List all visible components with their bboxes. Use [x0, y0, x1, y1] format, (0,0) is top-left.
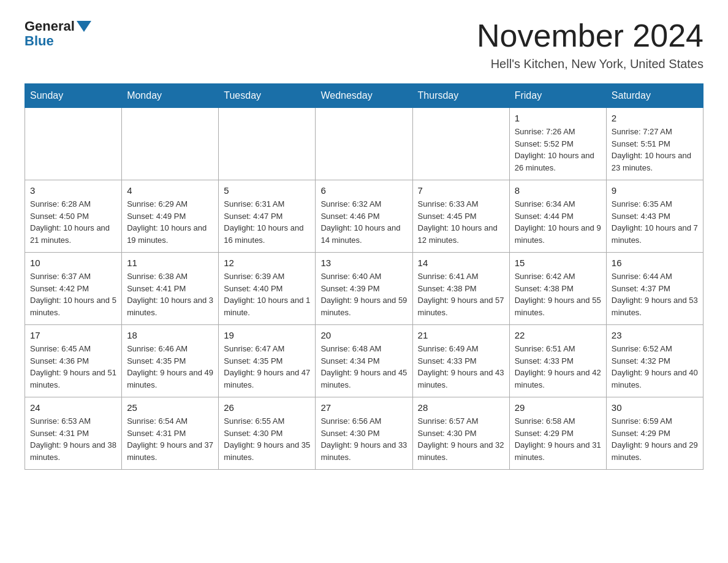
day-info: Sunrise: 6:37 AM Sunset: 4:42 PM Dayligh…: [30, 270, 116, 318]
day-info: Sunrise: 6:42 AM Sunset: 4:38 PM Dayligh…: [515, 270, 601, 318]
day-number: 3: [30, 185, 116, 196]
calendar-cell: 9Sunrise: 6:35 AM Sunset: 4:43 PM Daylig…: [606, 180, 703, 253]
calendar-week-row: 1Sunrise: 7:26 AM Sunset: 5:52 PM Daylig…: [25, 108, 703, 180]
calendar-cell: 22Sunrise: 6:51 AM Sunset: 4:33 PM Dayli…: [509, 325, 606, 397]
day-info: Sunrise: 6:31 AM Sunset: 4:47 PM Dayligh…: [224, 198, 310, 246]
calendar-cell: 7Sunrise: 6:33 AM Sunset: 4:45 PM Daylig…: [412, 180, 509, 253]
day-info: Sunrise: 6:48 AM Sunset: 4:34 PM Dayligh…: [320, 343, 407, 391]
day-info: Sunrise: 6:51 AM Sunset: 4:33 PM Dayligh…: [515, 343, 601, 391]
calendar-week-row: 17Sunrise: 6:45 AM Sunset: 4:36 PM Dayli…: [25, 325, 703, 397]
weekday-header-monday: Monday: [122, 84, 219, 108]
day-info: Sunrise: 6:33 AM Sunset: 4:45 PM Dayligh…: [418, 198, 504, 246]
day-number: 24: [30, 402, 116, 413]
day-number: 13: [320, 258, 407, 268]
day-number: 18: [127, 330, 213, 340]
day-number: 25: [127, 402, 213, 413]
calendar-cell: [122, 108, 219, 180]
calendar-cell: 2Sunrise: 7:27 AM Sunset: 5:51 PM Daylig…: [606, 108, 703, 180]
day-number: 11: [127, 258, 213, 268]
day-info: Sunrise: 6:39 AM Sunset: 4:40 PM Dayligh…: [224, 270, 310, 318]
calendar-cell: 12Sunrise: 6:39 AM Sunset: 4:40 PM Dayli…: [219, 253, 316, 325]
weekday-header-sunday: Sunday: [25, 84, 122, 108]
calendar-week-row: 10Sunrise: 6:37 AM Sunset: 4:42 PM Dayli…: [25, 253, 703, 325]
day-info: Sunrise: 6:40 AM Sunset: 4:39 PM Dayligh…: [320, 270, 407, 318]
day-info: Sunrise: 6:34 AM Sunset: 4:44 PM Dayligh…: [515, 198, 601, 246]
calendar-cell: 30Sunrise: 6:59 AM Sunset: 4:29 PM Dayli…: [606, 397, 703, 470]
day-number: 2: [612, 113, 698, 123]
day-info: Sunrise: 7:27 AM Sunset: 5:51 PM Dayligh…: [612, 126, 698, 174]
day-number: 26: [224, 402, 310, 413]
calendar-cell: 24Sunrise: 6:53 AM Sunset: 4:31 PM Dayli…: [25, 397, 122, 470]
weekday-header-friday: Friday: [509, 84, 606, 108]
calendar-cell: 23Sunrise: 6:52 AM Sunset: 4:32 PM Dayli…: [606, 325, 703, 397]
calendar-cell: 8Sunrise: 6:34 AM Sunset: 4:44 PM Daylig…: [509, 180, 606, 253]
logo-arrow-icon: [77, 21, 91, 32]
day-number: 10: [30, 258, 116, 268]
day-info: Sunrise: 7:26 AM Sunset: 5:52 PM Dayligh…: [515, 126, 601, 174]
logo-top: General: [25, 18, 91, 34]
day-number: 8: [515, 185, 601, 196]
calendar-cell: 19Sunrise: 6:47 AM Sunset: 4:35 PM Dayli…: [219, 325, 316, 397]
calendar-cell: 5Sunrise: 6:31 AM Sunset: 4:47 PM Daylig…: [219, 180, 316, 253]
location-title: Hell's Kitchen, New York, United States: [477, 57, 703, 71]
weekday-header-tuesday: Tuesday: [219, 84, 316, 108]
day-info: Sunrise: 6:53 AM Sunset: 4:31 PM Dayligh…: [30, 415, 116, 463]
day-number: 30: [612, 402, 698, 413]
day-info: Sunrise: 6:35 AM Sunset: 4:43 PM Dayligh…: [612, 198, 698, 246]
day-number: 23: [612, 330, 698, 340]
calendar-cell: [412, 108, 509, 180]
weekday-header-wednesday: Wednesday: [316, 84, 412, 108]
day-number: 14: [418, 258, 504, 268]
weekday-header-row: SundayMondayTuesdayWednesdayThursdayFrid…: [25, 84, 703, 108]
calendar-cell: 26Sunrise: 6:55 AM Sunset: 4:30 PM Dayli…: [219, 397, 316, 470]
calendar-cell: 25Sunrise: 6:54 AM Sunset: 4:31 PM Dayli…: [122, 397, 219, 470]
day-info: Sunrise: 6:46 AM Sunset: 4:35 PM Dayligh…: [127, 343, 213, 391]
calendar-cell: 4Sunrise: 6:29 AM Sunset: 4:49 PM Daylig…: [122, 180, 219, 253]
calendar-cell: 21Sunrise: 6:49 AM Sunset: 4:33 PM Dayli…: [412, 325, 509, 397]
calendar-cell: 16Sunrise: 6:44 AM Sunset: 4:37 PM Dayli…: [606, 253, 703, 325]
day-info: Sunrise: 6:52 AM Sunset: 4:32 PM Dayligh…: [612, 343, 698, 391]
calendar-cell: 11Sunrise: 6:38 AM Sunset: 4:41 PM Dayli…: [122, 253, 219, 325]
day-number: 27: [320, 402, 407, 413]
calendar-cell: [316, 108, 412, 180]
day-number: 15: [515, 258, 601, 268]
day-number: 6: [320, 185, 407, 196]
day-info: Sunrise: 6:32 AM Sunset: 4:46 PM Dayligh…: [320, 198, 407, 246]
day-number: 19: [224, 330, 310, 340]
day-info: Sunrise: 6:55 AM Sunset: 4:30 PM Dayligh…: [224, 415, 310, 463]
day-info: Sunrise: 6:29 AM Sunset: 4:49 PM Dayligh…: [127, 198, 213, 246]
calendar-cell: 15Sunrise: 6:42 AM Sunset: 4:38 PM Dayli…: [509, 253, 606, 325]
day-number: 1: [515, 113, 601, 123]
day-info: Sunrise: 6:54 AM Sunset: 4:31 PM Dayligh…: [127, 415, 213, 463]
calendar-cell: 10Sunrise: 6:37 AM Sunset: 4:42 PM Dayli…: [25, 253, 122, 325]
day-number: 20: [320, 330, 407, 340]
day-info: Sunrise: 6:56 AM Sunset: 4:30 PM Dayligh…: [320, 415, 407, 463]
day-info: Sunrise: 6:41 AM Sunset: 4:38 PM Dayligh…: [418, 270, 504, 318]
logo-general-text: General: [25, 18, 75, 34]
page-header: General Blue November 2024 Hell's Kitche…: [25, 18, 703, 71]
calendar-table: SundayMondayTuesdayWednesdayThursdayFrid…: [25, 83, 703, 470]
day-number: 4: [127, 185, 213, 196]
calendar-week-row: 24Sunrise: 6:53 AM Sunset: 4:31 PM Dayli…: [25, 397, 703, 470]
calendar-header: SundayMondayTuesdayWednesdayThursdayFrid…: [25, 84, 703, 108]
day-number: 12: [224, 258, 310, 268]
day-info: Sunrise: 6:44 AM Sunset: 4:37 PM Dayligh…: [612, 270, 698, 318]
day-number: 16: [612, 258, 698, 268]
day-info: Sunrise: 6:58 AM Sunset: 4:29 PM Dayligh…: [515, 415, 601, 463]
calendar-cell: 3Sunrise: 6:28 AM Sunset: 4:50 PM Daylig…: [25, 180, 122, 253]
day-number: 7: [418, 185, 504, 196]
day-info: Sunrise: 6:59 AM Sunset: 4:29 PM Dayligh…: [612, 415, 698, 463]
day-number: 28: [418, 402, 504, 413]
day-number: 22: [515, 330, 601, 340]
day-info: Sunrise: 6:47 AM Sunset: 4:35 PM Dayligh…: [224, 343, 310, 391]
day-info: Sunrise: 6:57 AM Sunset: 4:30 PM Dayligh…: [418, 415, 504, 463]
weekday-header-thursday: Thursday: [412, 84, 509, 108]
calendar-week-row: 3Sunrise: 6:28 AM Sunset: 4:50 PM Daylig…: [25, 180, 703, 253]
calendar-cell: 17Sunrise: 6:45 AM Sunset: 4:36 PM Dayli…: [25, 325, 122, 397]
calendar-cell: 29Sunrise: 6:58 AM Sunset: 4:29 PM Dayli…: [509, 397, 606, 470]
calendar-cell: 28Sunrise: 6:57 AM Sunset: 4:30 PM Dayli…: [412, 397, 509, 470]
day-number: 17: [30, 330, 116, 340]
day-info: Sunrise: 6:28 AM Sunset: 4:50 PM Dayligh…: [30, 198, 116, 246]
day-info: Sunrise: 6:45 AM Sunset: 4:36 PM Dayligh…: [30, 343, 116, 391]
weekday-header-saturday: Saturday: [606, 84, 703, 108]
